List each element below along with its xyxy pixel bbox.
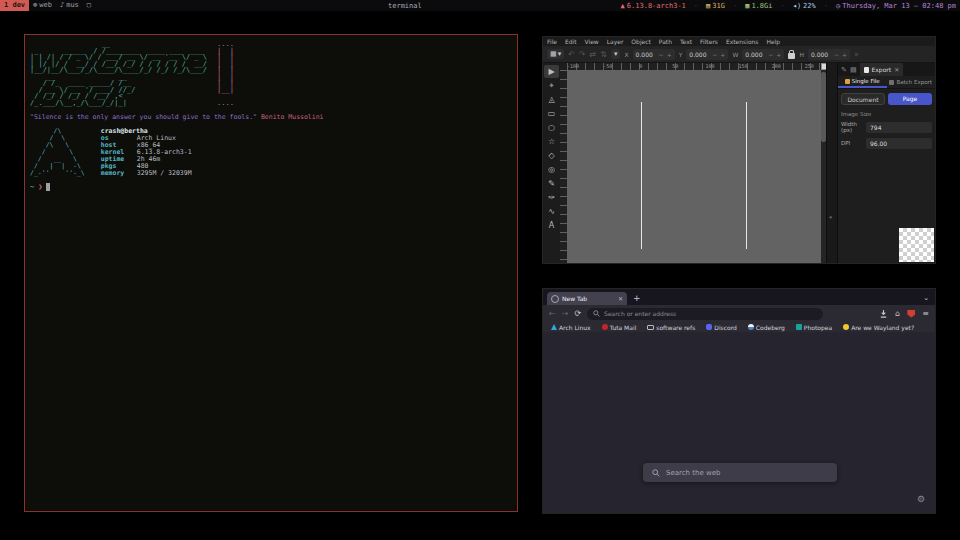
menu-layer[interactable]: Layer [607, 38, 624, 45]
height-spinbox[interactable]: 0.000 − + [808, 49, 850, 60]
bookmark-folder-software-refs[interactable]: software refs [647, 324, 695, 331]
tool-selector[interactable]: ▶ [544, 65, 559, 78]
tool-3dbox[interactable]: ◇ [544, 149, 559, 162]
home-icon[interactable]: ⌂ [895, 309, 900, 318]
bookmark-are-we-wayland-yet[interactable]: Are we Wayland yet? [843, 324, 914, 331]
menu-path[interactable]: Path [659, 38, 672, 45]
menu-text[interactable]: Text [680, 38, 692, 45]
tool-spiral[interactable]: ◎ [544, 163, 559, 176]
page-button[interactable]: Page [888, 93, 932, 105]
spiral-icon: ◎ [548, 165, 555, 174]
clock-module: ◷ Thursday, Mar 13 — 02:48 pm [836, 2, 956, 10]
menu-edit[interactable]: Edit [565, 38, 577, 45]
align-dropdown[interactable]: ▾ [611, 49, 621, 59]
bookmark-label: Tuta Mail [610, 324, 637, 331]
forward-button[interactable]: → [562, 309, 569, 318]
export-dialog-tab[interactable]: Export ✕ [860, 63, 904, 76]
bookmark-arch-linux[interactable]: Arch Linux [551, 324, 591, 331]
tool-pencil[interactable]: ✎ [544, 177, 559, 190]
tag-web[interactable]: ⊛ web [29, 0, 56, 11]
layout-indicator[interactable]: ▢ [83, 0, 95, 11]
x-label: X [624, 51, 628, 58]
plus-icon[interactable]: + [776, 51, 781, 58]
y-value: 0.000 [689, 51, 709, 58]
width-input[interactable]: 794 [866, 122, 932, 133]
single-file-tab[interactable]: Single File [838, 76, 887, 88]
tool-node[interactable]: ⌖ [544, 79, 559, 92]
vertical-ruler[interactable] [560, 70, 567, 263]
list-all-tabs-icon[interactable]: ⌄ [923, 294, 929, 302]
close-icon[interactable]: ✕ [894, 66, 899, 73]
inkscape-window[interactable]: File Edit View Layer Object Path Text Fi… [542, 36, 936, 264]
menu-filters[interactable]: Filters [700, 38, 718, 45]
speaker-icon: ◂) [793, 2, 801, 10]
menu-file[interactable]: File [547, 38, 557, 45]
menu-object[interactable]: Object [631, 38, 651, 45]
minus-icon[interactable]: − [768, 51, 773, 58]
tool-ellipse[interactable]: ○ [544, 121, 559, 134]
web-search-box[interactable]: Search the web [643, 463, 837, 482]
download-icon[interactable] [879, 309, 888, 318]
bookmark-codeberg[interactable]: Codeberg [748, 324, 785, 331]
back-button[interactable]: ← [549, 309, 556, 318]
tool-text[interactable]: A [544, 219, 559, 232]
tool-calligraphy[interactable]: ∿ [544, 205, 559, 218]
minus-icon[interactable]: − [659, 51, 664, 58]
x-value: 0.000 [636, 51, 656, 58]
plus-icon[interactable]: + [842, 51, 847, 58]
bookmark-tuta-mail[interactable]: Tuta Mail [602, 324, 637, 331]
tool-pen[interactable]: ✑ [544, 191, 559, 204]
browser-window[interactable]: New Tab ✕ + ⌄ ← → ⟳ Search or enter addr… [542, 288, 936, 514]
tool-star[interactable]: ☆ [544, 135, 559, 148]
bookmark-discord[interactable]: Discord [706, 324, 737, 331]
tag-dev[interactable]: 1 dev [0, 0, 29, 11]
new-tab-button[interactable]: + [633, 294, 641, 303]
document-button[interactable]: Document [841, 93, 885, 105]
rotate-ccw-icon[interactable]: ↶ [568, 50, 575, 59]
x-spinbox[interactable]: 0.000 − + [633, 49, 675, 60]
tool-options-dropdown[interactable]: ▦ ▾ [547, 49, 564, 59]
snap-icon[interactable]: ⌖ [829, 213, 832, 221]
tool-rectangle[interactable]: ▭ [544, 107, 559, 120]
batch-export-tab[interactable]: Batch Export [887, 76, 936, 88]
plus-icon[interactable]: + [720, 51, 725, 58]
dpi-input[interactable]: 96.00 [866, 138, 932, 149]
prompt-symbol: ❯ [38, 183, 42, 191]
menu-view[interactable]: View [585, 38, 599, 45]
horizontal-ruler[interactable]: -100 -50 0 50 100 150 200 250 [567, 63, 821, 70]
terminal-window[interactable]: __ _ _____ / /________ ____ ___ ___ | | … [24, 34, 518, 512]
volume-module: ◂) 22% [793, 2, 816, 10]
disk-usage: 31G [712, 2, 725, 10]
ublock-shield-icon[interactable] [907, 310, 915, 318]
menu-hamburger-icon[interactable]: ≡ [922, 309, 929, 318]
flip-horizontal-icon[interactable]: ⇄ [590, 50, 597, 59]
plus-icon[interactable]: + [667, 51, 672, 58]
y-spinbox[interactable]: 0.000 − + [686, 49, 728, 60]
pencil-dock-icon[interactable]: ✎ [841, 66, 847, 74]
reload-button[interactable]: ⟳ [574, 309, 581, 318]
drawing-canvas[interactable] [567, 70, 821, 263]
url-placeholder: Search or enter address [604, 310, 676, 317]
active-tab[interactable]: New Tab ✕ [547, 292, 627, 305]
toolbar-overflow-icon[interactable]: » [854, 50, 859, 59]
kernel-version: 6.13.8-arch3-1 [627, 2, 686, 10]
menu-extensions[interactable]: Extensions [726, 38, 759, 45]
quote-text: "Silence is the only answer you should g… [30, 113, 257, 121]
width-spinbox[interactable]: 0.000 − + [742, 49, 784, 60]
minus-icon[interactable]: − [834, 51, 839, 58]
rotate-cw-icon[interactable]: ↷ [579, 50, 586, 59]
menu-help[interactable]: Help [766, 38, 780, 45]
url-bar[interactable]: Search or enter address [587, 308, 823, 320]
tool-shape-builder[interactable]: ◬ [544, 93, 559, 106]
ascii-art-welcome-back: __ _ _____ / /________ ____ ___ ___ | | … [30, 41, 207, 106]
tab-close-icon[interactable]: ✕ [618, 295, 623, 302]
bookmark-photopea[interactable]: Photopea [796, 324, 832, 331]
lock-ratio-icon[interactable] [788, 53, 795, 59]
printer-dock-icon[interactable]: ▤ [850, 66, 857, 74]
minus-icon[interactable]: − [712, 51, 717, 58]
shell-prompt[interactable]: ~ ❯ [30, 183, 512, 191]
flip-vertical-icon[interactable]: ⇅ [600, 50, 607, 59]
tag-music[interactable]: ♪ mus [56, 0, 83, 11]
export-preview-checkerboard [899, 228, 934, 262]
gear-icon[interactable]: ⚙ [917, 494, 925, 504]
